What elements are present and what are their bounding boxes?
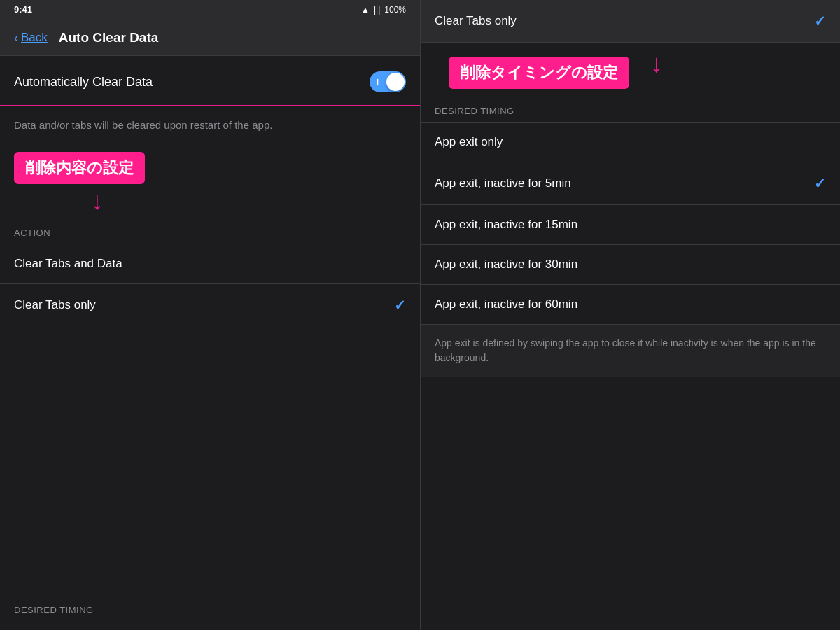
toggle-knob <box>386 73 405 91</box>
timing-5min[interactable]: App exit, inactive for 5min ✓ <box>421 162 840 204</box>
wifi-icon: ▲ <box>361 5 370 15</box>
timing-app-exit-only-label: App exit only <box>435 135 503 149</box>
timing-30min-label: App exit, inactive for 30min <box>435 258 578 272</box>
clear-tabs-and-data-label: Clear Tabs and Data <box>14 257 122 271</box>
annotation-jp-right: 削除タイミングの設定 <box>449 57 629 89</box>
status-time: 9:41 <box>14 4 32 15</box>
clear-tabs-and-data-item[interactable]: Clear Tabs and Data <box>0 244 420 284</box>
battery-icon: 100% <box>384 5 406 15</box>
auto-clear-label: Automatically Clear Data <box>14 75 153 90</box>
clear-tabs-only-item[interactable]: Clear Tabs only ✓ <box>0 284 420 326</box>
back-label: Back <box>21 31 48 45</box>
timing-60min[interactable]: App exit, inactive for 60min <box>421 284 840 324</box>
description-text: Data and/or tabs will be cleared upon re… <box>0 106 420 145</box>
arrow-down-right-icon: ↓ <box>650 54 663 74</box>
arrow-down-icon: ↓ <box>91 191 104 211</box>
timing-5min-label: App exit, inactive for 5min <box>435 176 571 190</box>
signal-icon: ||| <box>374 5 380 15</box>
timing-30min[interactable]: App exit, inactive for 30min <box>421 244 840 284</box>
clear-tabs-only-checkmark: ✓ <box>394 297 406 314</box>
timing-15min-label: App exit, inactive for 15min <box>435 218 578 232</box>
right-top-clear-tabs-item[interactable]: Clear Tabs only ✓ <box>421 0 840 43</box>
clear-tabs-only-label: Clear Tabs only <box>14 298 96 312</box>
toggle-i-text: I <box>377 78 379 86</box>
right-top-checkmark: ✓ <box>814 13 826 29</box>
left-panel: 9:41 ▲ ||| 100% ‹ Back Auto Clear Data A… <box>0 0 420 630</box>
action-section-header: ACTION <box>0 218 420 244</box>
desired-timing-bottom: DESIRED TIMING <box>0 591 420 630</box>
back-button[interactable]: ‹ Back <box>14 31 48 46</box>
timing-app-exit-only[interactable]: App exit only <box>421 122 840 162</box>
page-title: Auto Clear Data <box>59 30 159 46</box>
right-top-label: Clear Tabs only <box>435 14 517 28</box>
desired-timing-label-left: DESIRED TIMING <box>14 605 94 615</box>
left-header: ‹ Back Auto Clear Data <box>0 19 420 56</box>
timing-5min-checkmark: ✓ <box>814 175 826 192</box>
back-chevron-icon: ‹ <box>14 31 18 46</box>
status-bar: 9:41 ▲ ||| 100% <box>0 0 420 19</box>
footer-text: App exit is defined by swiping the app t… <box>421 324 840 377</box>
timing-60min-label: App exit, inactive for 60min <box>435 298 578 312</box>
auto-clear-toggle-row: Automatically Clear Data I <box>0 56 420 106</box>
auto-clear-toggle[interactable]: I <box>370 71 406 92</box>
timing-15min[interactable]: App exit, inactive for 15min <box>421 204 840 244</box>
desired-timing-section-header: DESIRED TIMING <box>421 96 840 122</box>
annotation-jp-left: 削除内容の設定 <box>14 152 145 184</box>
status-icons: ▲ ||| 100% <box>361 5 406 15</box>
right-panel: Clear Tabs only ✓ 削除タイミングの設定 ↓ DESIRED T… <box>420 0 840 630</box>
